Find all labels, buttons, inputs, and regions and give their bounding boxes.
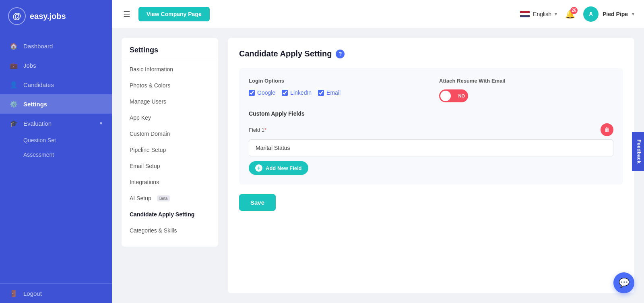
help-icon[interactable]: ? [336,50,345,58]
field-input[interactable] [249,139,613,156]
custom-apply-fields-section: Custom Apply Fields Field 1* 🗑 [249,110,613,175]
settings-nav-manage-users[interactable]: Manage Users [122,93,218,110]
logout-button[interactable]: 🚪 Logout [0,283,112,303]
add-field-label: Add New Field [266,165,302,171]
chevron-down-icon: ▾ [632,11,634,17]
sidebar-item-question-set[interactable]: Question Set [0,133,112,147]
field-required-star: * [264,127,266,133]
sidebar-item-label: Jobs [23,62,36,69]
logo[interactable]: @ easy.jobs [0,0,112,32]
settings-title: Settings [122,46,218,61]
flag-icon [520,11,530,17]
svg-point-1 [590,12,592,14]
toggle-thumb [440,91,451,101]
sidebar-navigation: 🏠 Dashboard 💼 Jobs 👤 Candidates ⚙️ Setti… [0,32,112,283]
attach-resume-column: Attach Resume With Email NO [439,78,613,102]
sidebar-item-dashboard[interactable]: 🏠 Dashboard [0,36,112,56]
settings-nav-custom-domain[interactable]: Custom Domain [122,126,218,142]
view-company-button[interactable]: View Company Page [138,7,210,21]
toggle-switch[interactable]: NO [439,89,468,102]
jobs-icon: 💼 [10,61,18,69]
feedback-tab[interactable]: Feedback [632,132,644,171]
email-label: Email [326,89,341,96]
sidebar-item-jobs[interactable]: 💼 Jobs [0,56,112,75]
settings-nav-photos-colors[interactable]: Photos & Colors [122,77,218,93]
main-panel: Candidate Apply Setting ? Login Options … [228,38,634,293]
settings-nav-email-setup[interactable]: Email Setup [122,158,218,174]
sidebar-item-candidates[interactable]: 👤 Candidates [0,75,112,94]
sidebar-item-label: Settings [23,101,47,108]
settings-nav-pipeline-setup[interactable]: Pipeline Setup [122,142,218,158]
login-options: Google LinkedIn Email [249,89,423,96]
google-checkbox[interactable]: Google [249,89,275,96]
toggle-label: NO [458,93,465,98]
logo-text: easy.jobs [30,12,66,21]
user-name: Pied Pipe [603,11,628,17]
linkedin-checkbox-input[interactable] [282,90,288,96]
chevron-down-icon: ▾ [100,120,102,126]
linkedin-label: LinkedIn [290,89,312,96]
sidebar-item-label: Dashboard [23,43,53,50]
evaluation-icon: 🎓 [10,119,18,127]
dashboard-icon: 🏠 [10,42,18,50]
login-options-column: Login Options Google LinkedIn [249,78,423,102]
attach-resume-toggle[interactable]: NO [439,89,613,102]
hamburger-button[interactable]: ☰ [122,8,132,21]
avatar [583,6,599,22]
notifications-button[interactable]: 🔔 26 [565,9,575,19]
logout-icon: 🚪 [10,289,18,297]
settings-nav-ai-setup[interactable]: AI Setup Beta [122,190,218,206]
google-label: Google [257,89,275,96]
sidebar-item-assessment[interactable]: Assessment [0,147,112,162]
two-col-layout: Login Options Google LinkedIn [249,78,613,102]
settings-nav-categories-skills[interactable]: Categories & Skills [122,222,218,239]
sidebar-item-label: Evaluation [23,120,52,127]
panel-title: Candidate Apply Setting ? [239,49,623,58]
settings-nav-integrations[interactable]: Integrations [122,174,218,190]
header: ☰ View Company Page English ▾ 🔔 26 [112,0,644,28]
user-profile[interactable]: Pied Pipe ▾ [583,6,634,22]
sidebar: @ easy.jobs 🏠 Dashboard 💼 Jobs 👤 Candida… [0,0,112,303]
field-label: Field 1* [249,127,266,133]
settings-icon: ⚙️ [10,100,18,108]
field-row: Field 1* 🗑 [249,123,613,156]
add-new-field-button[interactable]: + Add New Field [249,161,308,175]
sidebar-item-evaluation[interactable]: 🎓 Evaluation ▾ [0,114,112,133]
candidates-icon: 👤 [10,81,18,89]
sidebar-sub-item-label: Assessment [23,152,54,158]
logo-icon: @ [8,7,26,25]
email-checkbox-input[interactable] [318,90,324,96]
settings-nav-basic-information[interactable]: Basic Information [122,61,218,77]
language-label: English [533,11,551,17]
chat-icon: 💬 [619,278,630,288]
field-header: Field 1* 🗑 [249,123,613,136]
language-selector[interactable]: English ▾ [520,11,557,17]
page-body: Settings Basic Information Photos & Colo… [112,28,644,303]
sidebar-sub-item-label: Question Set [23,137,56,143]
logout-label: Logout [23,290,42,297]
chat-bubble[interactable]: 💬 [613,272,634,293]
custom-fields-label: Custom Apply Fields [249,110,613,117]
linkedin-checkbox[interactable]: LinkedIn [282,89,312,96]
attach-resume-label: Attach Resume With Email [439,78,613,84]
settings-sidebar: Settings Basic Information Photos & Colo… [122,38,218,247]
save-button[interactable]: Save [239,194,276,211]
settings-nav-candidate-apply-setting[interactable]: Candidate Apply Setting [122,206,218,222]
settings-nav-app-key[interactable]: App Key [122,110,218,126]
chevron-down-icon: ▾ [555,11,557,17]
hamburger-icon: ☰ [123,10,130,19]
email-checkbox[interactable]: Email [318,89,341,96]
attach-resume-section: NO [439,89,613,102]
delete-field-button[interactable]: 🗑 [601,123,613,136]
trash-icon: 🗑 [604,127,610,133]
notifications-badge: 26 [570,7,578,14]
settings-content-card: Login Options Google LinkedIn [239,68,623,185]
sidebar-item-settings[interactable]: ⚙️ Settings [0,94,112,114]
main-content: ☰ View Company Page English ▾ 🔔 26 [112,0,644,303]
beta-badge: Beta [157,195,170,201]
sidebar-item-label: Candidates [23,81,54,88]
login-options-label: Login Options [249,78,423,84]
plus-icon: + [255,164,262,172]
google-checkbox-input[interactable] [249,90,255,96]
header-right: English ▾ 🔔 26 Pied Pipe ▾ [520,6,634,22]
